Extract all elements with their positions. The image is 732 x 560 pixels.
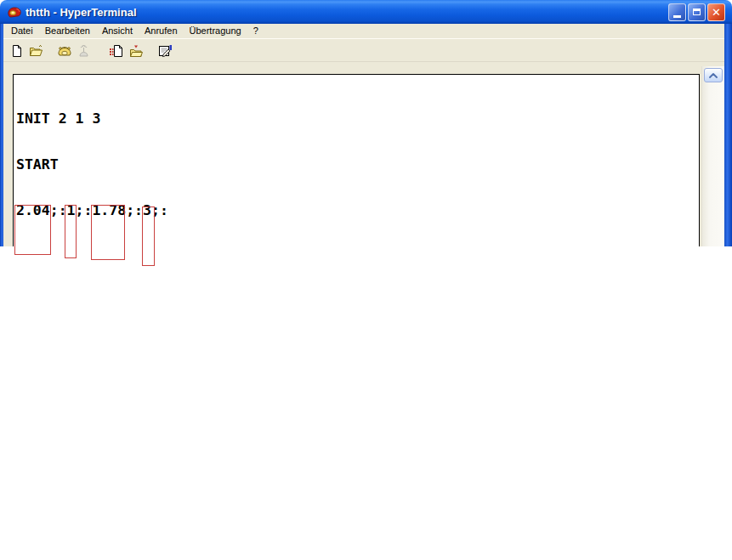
window-title: thtth - HyperTerminal <box>26 6 668 19</box>
send-file-icon[interactable] <box>106 42 126 60</box>
open-folder-icon[interactable] <box>26 42 46 60</box>
toolbar <box>3 38 724 62</box>
minimize-icon <box>673 15 681 18</box>
annotation-box <box>91 205 125 260</box>
properties-icon[interactable] <box>155 42 174 60</box>
menu-bearbeiten[interactable]: Bearbeiten <box>39 25 96 37</box>
menu-bar: Datei Bearbeiten Ansicht Anrufen Übertra… <box>3 24 724 38</box>
menu-uebertragung[interactable]: Übertragung <box>184 25 247 37</box>
annotation-box <box>14 205 51 255</box>
new-file-icon[interactable] <box>7 42 26 60</box>
menu-ansicht[interactable]: Ansicht <box>96 25 139 37</box>
close-icon: ✕ <box>712 7 721 18</box>
terminal-line: INIT 2 1 3 <box>16 111 699 127</box>
annotation-box <box>142 206 155 266</box>
maximize-button[interactable] <box>688 3 706 21</box>
annotation-box <box>65 205 77 258</box>
title-bar[interactable]: thtth - HyperTerminal ✕ <box>0 0 732 24</box>
receive-file-icon[interactable] <box>126 42 145 60</box>
window-controls: ✕ <box>668 3 725 21</box>
chevron-up-icon <box>709 73 718 78</box>
vertical-scrollbar[interactable] <box>701 66 724 246</box>
menu-datei[interactable]: Datei <box>5 25 39 37</box>
menu-hilfe[interactable]: ? <box>247 25 264 37</box>
scroll-up-button[interactable] <box>704 68 723 82</box>
maximize-icon <box>693 8 701 15</box>
disconnect-icon[interactable] <box>74 42 94 60</box>
close-button[interactable]: ✕ <box>707 3 725 21</box>
hyperterminal-app-icon <box>7 4 22 20</box>
menu-anrufen[interactable]: Anrufen <box>139 25 184 37</box>
minimize-button[interactable] <box>668 3 686 21</box>
window-border-right <box>724 24 732 246</box>
terminal-line: START <box>16 157 699 173</box>
call-icon[interactable] <box>54 42 74 60</box>
